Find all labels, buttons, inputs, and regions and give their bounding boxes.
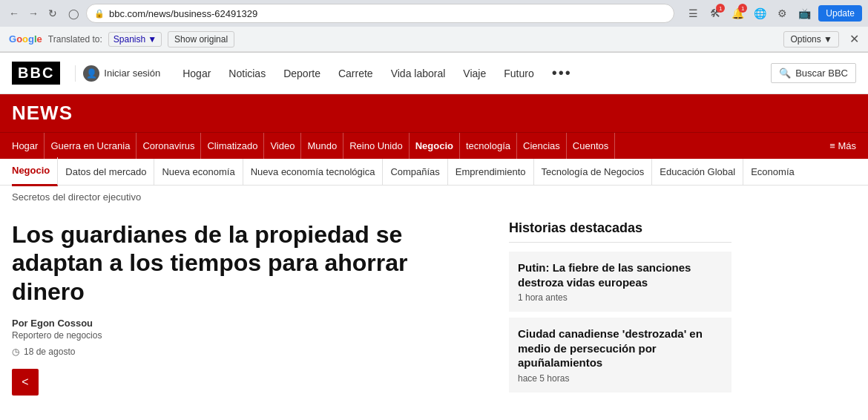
- catnav-nueva-economia-tec[interactable]: Nueva economía tecnológica: [243, 159, 384, 186]
- translation-bar: Google Translated to: Spanish ▼ Show ori…: [0, 27, 868, 52]
- back-button[interactable]: ←: [6, 5, 22, 22]
- catnav-educacion[interactable]: Educación Global: [652, 159, 743, 186]
- subnav-reino-unido[interactable]: Reino Unido: [343, 133, 410, 160]
- article-date: ◷ 18 de agosto: [12, 347, 487, 357]
- google-logo: Google: [9, 33, 42, 45]
- signin-label: Iniciar sesión: [104, 68, 160, 79]
- nav-more-dots[interactable]: •••: [552, 65, 572, 82]
- reload-button[interactable]: ↻: [45, 5, 61, 22]
- article-role: Reportero de negocios: [12, 330, 487, 341]
- browser-chrome: ← → ↻ ◯ 🔒 bbc.com/news/business-62491329…: [0, 0, 868, 53]
- breadcrumb-text: Secretos del director ejecutivo: [12, 191, 141, 203]
- bbc-header: BBC 👤 Iniciar sesión Hogar Noticias Depo…: [0, 53, 868, 94]
- sidebar: Historias destacadas Putin: La fiebre de…: [509, 220, 731, 396]
- subnav-hogar[interactable]: Hogar: [12, 133, 45, 160]
- subnav-coronavirus[interactable]: Coronavirus: [137, 133, 201, 160]
- article-author: Por Egon Cossou: [12, 318, 487, 329]
- signin-button[interactable]: 👤 Iniciar sesión: [75, 65, 168, 82]
- puzzle-button[interactable]: ⚙: [774, 5, 790, 22]
- nav-item-viaje[interactable]: Viaje: [463, 68, 486, 79]
- catnav-economia[interactable]: Economía: [743, 159, 802, 186]
- nav-item-futuro[interactable]: Futuro: [504, 68, 533, 79]
- story-card-1[interactable]: Putin: La fiebre de las sanciones destro…: [509, 252, 731, 312]
- nav-item-deporte[interactable]: Deporte: [283, 68, 320, 79]
- update-button[interactable]: Update: [818, 5, 862, 22]
- story-2-title: Ciudad canadiense 'destrozada' en medio …: [518, 327, 723, 370]
- notification-badge: 1: [738, 4, 747, 13]
- bbc-subnav: Hogar Guerra en Ucrania Coronavirus Clim…: [0, 132, 868, 159]
- share-icon: <: [22, 375, 28, 389]
- translated-to-label: Translated to:: [48, 34, 102, 45]
- url-text: bbc.com/news/business-62491329: [109, 8, 666, 19]
- main-content: Los guardianes de la propiedad se adapta…: [0, 209, 868, 407]
- dropdown-arrow: ▼: [148, 34, 157, 45]
- story-card-2[interactable]: Ciudad canadiense 'destrozada' en medio …: [509, 318, 731, 393]
- close-translation-button[interactable]: ✕: [849, 32, 859, 46]
- subnav-more-button[interactable]: ≡ Más: [829, 140, 856, 151]
- browser-actions: ☰ 🛠 1 🔔 1 🌐 ⚙ 📺 Update: [685, 5, 862, 22]
- subnav-ciencias[interactable]: Ciencias: [517, 133, 567, 160]
- cast-button[interactable]: 📺: [796, 5, 812, 22]
- catnav-emprendimiento[interactable]: Emprendimiento: [448, 159, 534, 186]
- nav-item-carrete[interactable]: Carrete: [338, 68, 373, 79]
- subnav-cuentos[interactable]: Cuentos: [567, 133, 615, 160]
- language-label: Spanish: [114, 34, 145, 45]
- date-text: 18 de agosto: [24, 347, 75, 357]
- subnav-video[interactable]: Video: [264, 133, 301, 160]
- story-1-title: Putin: La fiebre de las sanciones destro…: [518, 260, 723, 289]
- news-title: NEWS: [12, 102, 73, 124]
- subnav-mundo[interactable]: Mundo: [301, 133, 343, 160]
- browser-nav-buttons: ← → ↻: [6, 5, 61, 22]
- catnav-nueva-economia[interactable]: Nueva economía: [154, 159, 243, 186]
- share-button[interactable]: <: [12, 369, 39, 396]
- extensions-button[interactable]: 🛠 1: [707, 5, 723, 22]
- address-bar[interactable]: 🔒 bbc.com/news/business-62491329: [86, 4, 674, 23]
- nav-item-noticias[interactable]: Noticias: [228, 68, 266, 79]
- menu-button[interactable]: ☰: [685, 5, 701, 22]
- user-avatar-icon: 👤: [83, 65, 99, 82]
- breadcrumb: Secretos del director ejecutivo: [0, 186, 868, 209]
- news-banner: NEWS: [0, 94, 868, 132]
- forward-button[interactable]: →: [25, 5, 42, 22]
- browser-top-bar: ← → ↻ ◯ 🔒 bbc.com/news/business-62491329…: [0, 0, 868, 27]
- sidebar-title: Historias destacadas: [509, 220, 731, 243]
- bbc-search-bar[interactable]: 🔍 Buscar BBC: [771, 63, 856, 83]
- catnav-negocio[interactable]: Negocio: [12, 157, 58, 186]
- language-button[interactable]: Spanish ▼: [108, 32, 162, 47]
- story-2-time: hace 5 horas: [518, 373, 723, 384]
- catnav-datos[interactable]: Datos del mercado: [58, 159, 154, 186]
- category-nav: Negocio Datos del mercado Nueva economía…: [0, 159, 868, 186]
- bbc-main-nav: Hogar Noticias Deporte Carrete Vida labo…: [183, 63, 856, 83]
- clock-icon: ◷: [12, 347, 19, 357]
- notifications-button[interactable]: 🔔 1: [729, 5, 746, 22]
- catnav-companias[interactable]: Compañías: [383, 159, 447, 186]
- subnav-climatizado[interactable]: Climatizado: [201, 133, 264, 160]
- badge: 1: [716, 4, 725, 13]
- article-title: Los guardianes de la propiedad se adapta…: [12, 220, 487, 306]
- subnav-tecnologia[interactable]: tecnología: [460, 133, 517, 160]
- subnav-guerra[interactable]: Guerra en Ucrania: [45, 133, 137, 160]
- nav-item-hogar[interactable]: Hogar: [183, 68, 211, 79]
- article-section: Los guardianes de la propiedad se adapta…: [12, 220, 487, 396]
- translate-icon-button[interactable]: 🌐: [752, 5, 768, 22]
- translation-options-button[interactable]: Options ▼: [783, 31, 839, 47]
- bbc-logo[interactable]: BBC: [12, 62, 60, 85]
- bookmark-button[interactable]: ◯: [65, 5, 82, 22]
- catnav-tecnologia-negocios[interactable]: Tecnología de Negocios: [534, 159, 653, 186]
- subnav-negocio[interactable]: Negocio: [410, 133, 460, 160]
- search-icon: 🔍: [779, 68, 791, 79]
- story-1-time: 1 hora antes: [518, 292, 723, 303]
- show-original-button[interactable]: Show original: [168, 31, 234, 47]
- search-label: Buscar BBC: [795, 68, 848, 79]
- lock-icon: 🔒: [94, 9, 105, 19]
- nav-item-vida-laboral[interactable]: Vida laboral: [391, 68, 446, 79]
